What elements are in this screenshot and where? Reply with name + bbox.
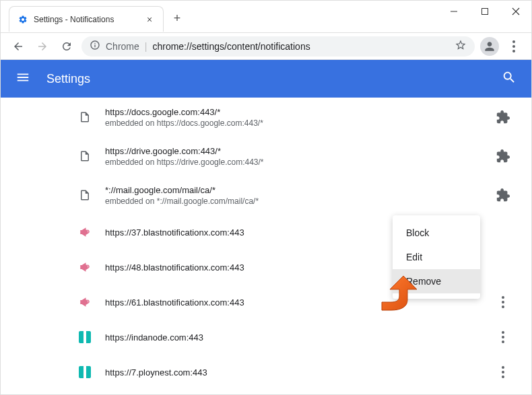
site-url: *://mail.google.com/mail/ca/*: [105, 185, 495, 195]
site-row: https://indanode.com:443: [65, 320, 531, 355]
tab-title: Settings - Notifications: [34, 15, 144, 24]
site-url: https://7.ploynest.com:443: [105, 367, 495, 378]
more-options-button[interactable]: [495, 329, 511, 345]
megaphone-icon: [78, 225, 92, 239]
gear-icon: [18, 14, 28, 25]
reload-button[interactable]: [57, 37, 76, 56]
megaphone-icon: [78, 260, 92, 274]
maximize-button[interactable]: [469, 1, 500, 22]
site-row: https://7.ploynest.com:443: [65, 355, 531, 390]
puzzle-icon[interactable]: [495, 148, 511, 164]
search-icon[interactable]: [502, 70, 517, 87]
context-menu-edit[interactable]: Edit: [393, 245, 480, 269]
new-tab-button[interactable]: +: [168, 9, 187, 28]
menu-icon[interactable]: [15, 70, 30, 87]
back-button[interactable]: [9, 37, 28, 56]
megaphone-icon: [78, 295, 92, 309]
page-title: Settings: [46, 72, 486, 86]
minimize-button[interactable]: [438, 1, 469, 22]
window-controls: [438, 1, 531, 22]
site-info-icon[interactable]: [90, 40, 100, 53]
forward-button[interactable]: [33, 37, 52, 56]
site-embedded-text: embedded on https://docs.google.com:443/…: [105, 118, 495, 128]
url-prefix: Chrome: [106, 41, 139, 52]
settings-header: Settings: [1, 60, 531, 98]
url-text: chrome://settings/content/notifications: [152, 41, 449, 52]
browser-tab[interactable]: Settings - Notifications ×: [9, 6, 164, 32]
more-options-button[interactable]: [495, 364, 511, 380]
site-favicon: [78, 330, 92, 344]
site-url: https://docs.google.com:443/*: [105, 107, 495, 117]
document-icon: [78, 110, 92, 124]
address-bar[interactable]: Chrome | chrome://settings/content/notif…: [81, 36, 475, 57]
puzzle-icon[interactable]: [495, 187, 511, 203]
site-embedded-text: embedded on *://mail.google.com/mail/ca/…: [105, 196, 495, 206]
site-url: https://drive.google.com:443/*: [105, 146, 495, 156]
profile-button[interactable]: [480, 37, 499, 56]
browser-toolbar: Chrome | chrome://settings/content/notif…: [1, 33, 531, 60]
document-icon: [78, 188, 92, 202]
site-row: https://docs.google.com:443/* embedded o…: [65, 98, 531, 137]
puzzle-icon[interactable]: [495, 109, 511, 125]
chrome-menu-button[interactable]: [504, 37, 523, 56]
window-titlebar: Settings - Notifications × +: [1, 1, 531, 33]
document-icon: [78, 149, 92, 163]
annotation-arrow: [378, 275, 418, 314]
svg-rect-1: [482, 9, 488, 15]
more-options-button[interactable]: [495, 294, 511, 310]
site-embedded-text: embedded on https://drive.google.com:443…: [105, 157, 495, 167]
site-favicon: [78, 365, 92, 379]
close-window-button[interactable]: [500, 1, 531, 22]
site-url: https://indanode.com:443: [105, 332, 495, 343]
close-tab-button[interactable]: ×: [144, 14, 155, 25]
url-separator: |: [145, 41, 147, 52]
site-row: https://drive.google.com:443/* embedded …: [65, 137, 531, 176]
site-row: *://mail.google.com/mail/ca/* embedded o…: [65, 176, 531, 215]
context-menu-block[interactable]: Block: [393, 221, 480, 245]
bookmark-button[interactable]: [455, 39, 467, 54]
